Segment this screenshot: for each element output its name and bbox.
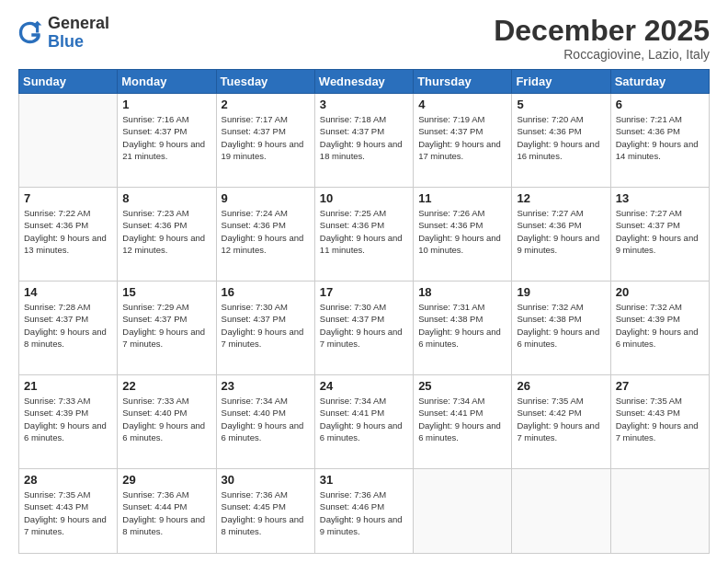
table-row: 6Sunrise: 7:21 AMSunset: 4:36 PMDaylight… [610, 94, 709, 188]
day-info: Sunrise: 7:35 AMSunset: 4:42 PMDaylight:… [517, 395, 605, 443]
day-info: Sunrise: 7:20 AMSunset: 4:36 PMDaylight:… [517, 113, 605, 162]
header: General Blue December 2025 Roccagiovine,… [18, 15, 710, 62]
day-number: 13 [616, 191, 704, 205]
table-row: 7Sunrise: 7:22 AMSunset: 4:36 PMDaylight… [19, 188, 118, 282]
day-number: 6 [616, 98, 704, 111]
day-number: 1 [122, 98, 210, 111]
col-saturday: Saturday [610, 70, 709, 94]
day-number: 16 [222, 285, 310, 299]
day-info: Sunrise: 7:31 AMSunset: 4:38 PMDaylight:… [418, 301, 506, 350]
day-info: Sunrise: 7:30 AMSunset: 4:37 PMDaylight:… [320, 301, 408, 350]
day-number: 17 [320, 285, 408, 299]
calendar-table: Sunday Monday Tuesday Wednesday Thursday… [18, 69, 710, 554]
logo: General Blue [18, 15, 109, 52]
table-row: 11Sunrise: 7:26 AMSunset: 4:36 PMDayligh… [414, 188, 512, 282]
table-row: 31Sunrise: 7:36 AMSunset: 4:46 PMDayligh… [314, 469, 413, 554]
table-row: 28Sunrise: 7:35 AMSunset: 4:43 PMDayligh… [19, 469, 118, 554]
table-row: 18Sunrise: 7:31 AMSunset: 4:38 PMDayligh… [414, 282, 512, 375]
day-number: 5 [517, 98, 605, 111]
table-row: 1Sunrise: 7:16 AMSunset: 4:37 PMDaylight… [118, 94, 216, 188]
table-row: 27Sunrise: 7:35 AMSunset: 4:43 PMDayligh… [610, 375, 709, 469]
table-row: 5Sunrise: 7:20 AMSunset: 4:36 PMDaylight… [512, 94, 610, 188]
table-row: 23Sunrise: 7:34 AMSunset: 4:40 PMDayligh… [216, 375, 314, 469]
calendar-week-row: 7Sunrise: 7:22 AMSunset: 4:36 PMDaylight… [19, 188, 710, 282]
day-info: Sunrise: 7:23 AMSunset: 4:36 PMDaylight:… [122, 207, 210, 256]
day-info: Sunrise: 7:27 AMSunset: 4:36 PMDaylight:… [517, 207, 605, 256]
day-number: 30 [222, 473, 310, 487]
table-row: 12Sunrise: 7:27 AMSunset: 4:36 PMDayligh… [512, 188, 610, 282]
day-number: 2 [222, 98, 310, 111]
day-number: 28 [24, 473, 112, 487]
day-info: Sunrise: 7:32 AMSunset: 4:38 PMDaylight:… [517, 301, 605, 350]
day-number: 23 [222, 379, 310, 393]
day-number: 18 [418, 285, 506, 299]
table-row: 25Sunrise: 7:34 AMSunset: 4:41 PMDayligh… [414, 375, 512, 469]
day-info: Sunrise: 7:24 AMSunset: 4:36 PMDaylight:… [222, 207, 310, 256]
day-number: 24 [320, 379, 408, 393]
col-sunday: Sunday [19, 70, 118, 94]
table-row: 4Sunrise: 7:19 AMSunset: 4:37 PMDaylight… [414, 94, 512, 188]
table-row: 3Sunrise: 7:18 AMSunset: 4:37 PMDaylight… [314, 94, 413, 188]
table-row [512, 469, 610, 554]
day-number: 15 [122, 285, 210, 299]
day-info: Sunrise: 7:21 AMSunset: 4:36 PMDaylight:… [616, 113, 704, 162]
day-number: 22 [122, 379, 210, 393]
table-row: 2Sunrise: 7:17 AMSunset: 4:37 PMDaylight… [216, 94, 314, 188]
title-block: December 2025 Roccagiovine, Lazio, Italy [494, 15, 710, 62]
day-number: 7 [24, 191, 112, 205]
day-info: Sunrise: 7:16 AMSunset: 4:37 PMDaylight:… [122, 113, 210, 162]
table-row: 29Sunrise: 7:36 AMSunset: 4:44 PMDayligh… [118, 469, 216, 554]
logo-general: General [48, 14, 109, 32]
table-row: 8Sunrise: 7:23 AMSunset: 4:36 PMDaylight… [118, 188, 216, 282]
location: Roccagiovine, Lazio, Italy [494, 47, 710, 62]
day-info: Sunrise: 7:35 AMSunset: 4:43 PMDaylight:… [616, 395, 704, 443]
calendar-week-row: 14Sunrise: 7:28 AMSunset: 4:37 PMDayligh… [19, 282, 710, 375]
calendar-week-row: 1Sunrise: 7:16 AMSunset: 4:37 PMDaylight… [19, 94, 710, 188]
table-row: 13Sunrise: 7:27 AMSunset: 4:37 PMDayligh… [610, 188, 709, 282]
day-number: 21 [24, 379, 112, 393]
day-number: 29 [122, 473, 210, 487]
day-info: Sunrise: 7:34 AMSunset: 4:40 PMDaylight:… [222, 395, 310, 443]
day-info: Sunrise: 7:36 AMSunset: 4:45 PMDaylight:… [222, 488, 310, 537]
day-number: 20 [616, 285, 704, 299]
day-info: Sunrise: 7:30 AMSunset: 4:37 PMDaylight:… [222, 301, 310, 350]
day-info: Sunrise: 7:27 AMSunset: 4:37 PMDaylight:… [616, 207, 704, 256]
day-info: Sunrise: 7:34 AMSunset: 4:41 PMDaylight:… [418, 395, 506, 443]
day-info: Sunrise: 7:25 AMSunset: 4:36 PMDaylight:… [320, 207, 408, 256]
day-info: Sunrise: 7:36 AMSunset: 4:44 PMDaylight:… [122, 488, 210, 537]
day-info: Sunrise: 7:28 AMSunset: 4:37 PMDaylight:… [24, 301, 112, 350]
day-info: Sunrise: 7:33 AMSunset: 4:40 PMDaylight:… [122, 395, 210, 443]
col-monday: Monday [118, 70, 216, 94]
day-number: 3 [320, 98, 408, 111]
table-row: 15Sunrise: 7:29 AMSunset: 4:37 PMDayligh… [118, 282, 216, 375]
day-info: Sunrise: 7:35 AMSunset: 4:43 PMDaylight:… [24, 488, 112, 537]
logo-blue: Blue [48, 32, 84, 51]
table-row [19, 94, 118, 188]
day-info: Sunrise: 7:26 AMSunset: 4:36 PMDaylight:… [418, 207, 506, 256]
day-number: 8 [122, 191, 210, 205]
calendar-week-row: 28Sunrise: 7:35 AMSunset: 4:43 PMDayligh… [19, 469, 710, 554]
table-row [414, 469, 512, 554]
day-info: Sunrise: 7:33 AMSunset: 4:39 PMDaylight:… [24, 395, 112, 443]
col-friday: Friday [512, 70, 610, 94]
table-row: 24Sunrise: 7:34 AMSunset: 4:41 PMDayligh… [314, 375, 413, 469]
day-number: 25 [418, 379, 506, 393]
table-row: 9Sunrise: 7:24 AMSunset: 4:36 PMDaylight… [216, 188, 314, 282]
table-row: 10Sunrise: 7:25 AMSunset: 4:36 PMDayligh… [314, 188, 413, 282]
day-number: 26 [517, 379, 605, 393]
day-number: 31 [320, 473, 408, 487]
day-info: Sunrise: 7:19 AMSunset: 4:37 PMDaylight:… [418, 113, 506, 162]
table-row: 19Sunrise: 7:32 AMSunset: 4:38 PMDayligh… [512, 282, 610, 375]
table-row: 21Sunrise: 7:33 AMSunset: 4:39 PMDayligh… [19, 375, 118, 469]
day-number: 4 [418, 98, 506, 111]
day-info: Sunrise: 7:17 AMSunset: 4:37 PMDaylight:… [222, 113, 310, 162]
calendar-week-row: 21Sunrise: 7:33 AMSunset: 4:39 PMDayligh… [19, 375, 710, 469]
day-number: 14 [24, 285, 112, 299]
day-info: Sunrise: 7:32 AMSunset: 4:39 PMDaylight:… [616, 301, 704, 350]
day-info: Sunrise: 7:29 AMSunset: 4:37 PMDaylight:… [122, 301, 210, 350]
day-number: 11 [418, 191, 506, 205]
logo-text: General Blue [48, 15, 109, 52]
month-title: December 2025 [494, 15, 710, 47]
table-row: 30Sunrise: 7:36 AMSunset: 4:45 PMDayligh… [216, 469, 314, 554]
table-row: 14Sunrise: 7:28 AMSunset: 4:37 PMDayligh… [19, 282, 118, 375]
